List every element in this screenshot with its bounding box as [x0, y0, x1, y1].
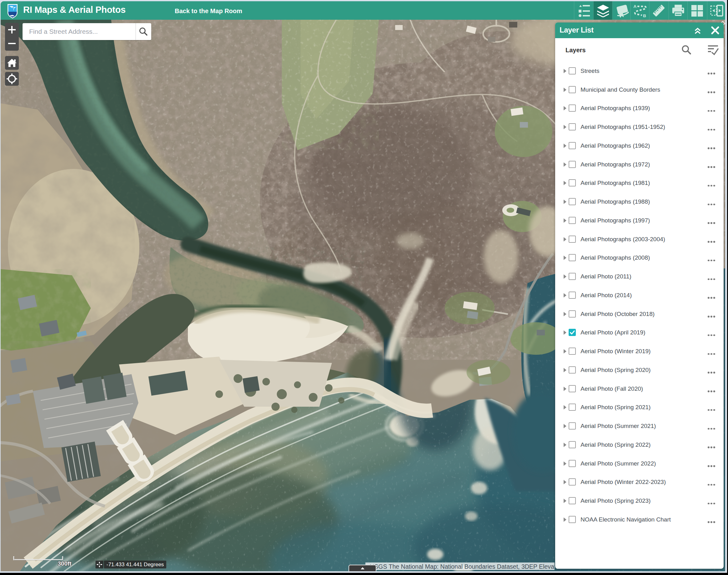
svg-text:B: B: [643, 13, 646, 17]
svg-text:A: A: [633, 4, 637, 9]
